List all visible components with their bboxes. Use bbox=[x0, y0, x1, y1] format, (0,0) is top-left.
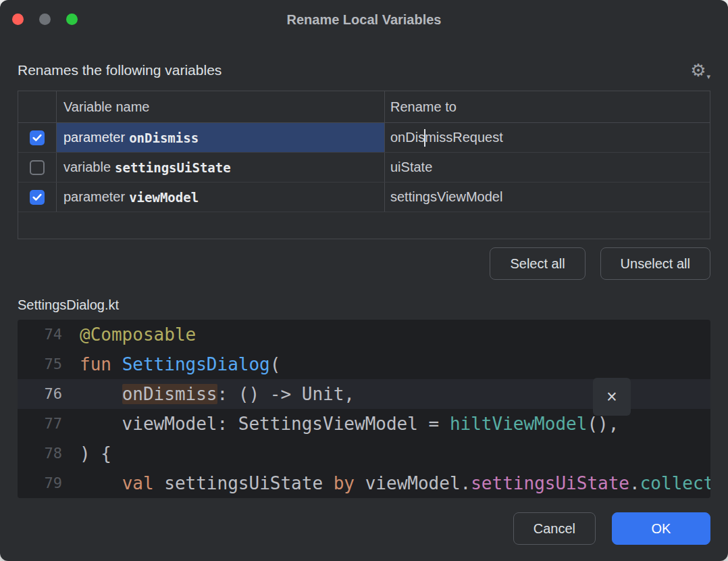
rename-local-variables-dialog: Rename Local Variables Renames the follo… bbox=[0, 0, 728, 561]
variable-name-cell[interactable]: parameteronDismiss bbox=[57, 123, 385, 152]
variable-name-label: settingsUiState bbox=[115, 160, 231, 175]
rename-to-cell[interactable]: settingsViewModel bbox=[385, 182, 710, 212]
code-line: 79 val settingsUiState by viewModel.sett… bbox=[18, 468, 710, 498]
checkbox-column-header bbox=[18, 91, 57, 122]
ok-button[interactable]: OK bbox=[612, 512, 710, 545]
code-text: @Composable bbox=[80, 320, 710, 349]
dialog-content: Renames the following variables ⚙ ▾ Vari… bbox=[0, 59, 728, 545]
settings-gear-button[interactable]: ⚙ ▾ bbox=[690, 62, 710, 79]
row-checkbox-cell bbox=[18, 123, 57, 152]
line-number: 75 bbox=[18, 349, 80, 379]
variable-kind-label: parameter bbox=[63, 130, 125, 145]
checkbox-checked[interactable] bbox=[30, 190, 45, 205]
select-all-button[interactable]: Select all bbox=[490, 247, 585, 280]
header-label: Renames the following variables bbox=[18, 62, 222, 78]
checkmark-icon bbox=[32, 193, 42, 201]
close-preview-button[interactable]: × bbox=[593, 378, 631, 416]
cancel-button[interactable]: Cancel bbox=[513, 512, 596, 545]
table-header-row: Variable name Rename to bbox=[18, 91, 710, 123]
table-row[interactable]: parameteronDismissonDismissRequest bbox=[18, 123, 710, 153]
code-text: val settingsUiState by viewModel.setting… bbox=[80, 468, 710, 498]
line-number: 74 bbox=[18, 320, 80, 349]
code-line: 78) { bbox=[18, 439, 710, 468]
variable-kind-label: variable bbox=[63, 160, 111, 175]
row-checkbox-cell bbox=[18, 182, 57, 212]
variable-name-cell[interactable]: variablesettingsUiState bbox=[57, 153, 385, 182]
variable-name-cell[interactable]: parameterviewModel bbox=[57, 182, 385, 212]
code-line: 75fun SettingsDialog( bbox=[18, 349, 710, 379]
rename-to-cell[interactable]: uiState bbox=[385, 153, 710, 182]
variable-name-label: viewModel bbox=[129, 190, 199, 205]
variable-name-column-header[interactable]: Variable name bbox=[57, 91, 385, 122]
code-preview-editor: 74@Composable75fun SettingsDialog(76 onD… bbox=[18, 320, 710, 498]
dialog-footer: Cancel OK bbox=[18, 512, 710, 545]
line-number: 78 bbox=[18, 439, 80, 468]
line-number: 77 bbox=[18, 409, 80, 439]
gear-icon: ⚙ bbox=[690, 62, 706, 79]
code-line: 74@Composable bbox=[18, 320, 710, 349]
variables-table: Variable name Rename to parameteronDismi… bbox=[18, 91, 710, 239]
header-row: Renames the following variables ⚙ ▾ bbox=[18, 59, 710, 81]
code-text: fun SettingsDialog( bbox=[80, 349, 710, 379]
unselect-all-button[interactable]: Unselect all bbox=[600, 247, 710, 280]
selection-actions: Select all Unselect all bbox=[18, 247, 710, 280]
close-icon: × bbox=[606, 387, 617, 408]
rename-to-cell[interactable]: onDismissRequest bbox=[385, 123, 710, 152]
code-text: ) { bbox=[80, 439, 710, 468]
variable-name-label: onDismiss bbox=[129, 130, 199, 145]
chevron-down-icon: ▾ bbox=[706, 73, 710, 80]
rename-to-column-header[interactable]: Rename to bbox=[385, 91, 710, 122]
checkbox-checked[interactable] bbox=[30, 130, 45, 145]
checkmark-icon bbox=[32, 134, 42, 142]
window-title: Rename Local Variables bbox=[0, 0, 728, 38]
checkbox-unchecked[interactable] bbox=[30, 160, 45, 175]
titlebar: Rename Local Variables bbox=[0, 0, 728, 38]
preview-file-label: SettingsDialog.kt bbox=[18, 297, 710, 313]
table-row[interactable]: variablesettingsUiStateuiState bbox=[18, 153, 710, 182]
table-body: parameteronDismissonDismissRequestvariab… bbox=[18, 123, 710, 212]
row-checkbox-cell bbox=[18, 153, 57, 182]
line-number: 79 bbox=[18, 468, 80, 498]
variable-kind-label: parameter bbox=[63, 189, 125, 205]
table-row[interactable]: parameterviewModelsettingsViewModel bbox=[18, 182, 710, 212]
line-number: 76 bbox=[18, 379, 80, 409]
